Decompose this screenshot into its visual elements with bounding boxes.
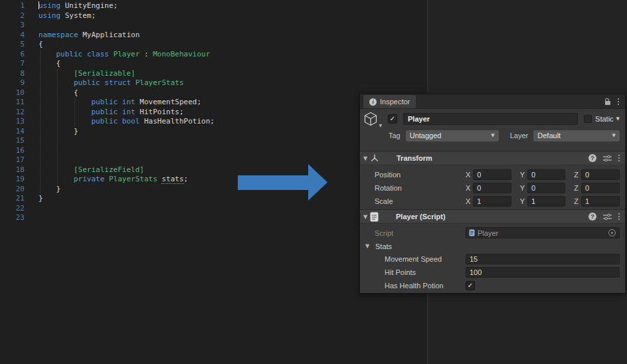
code-line[interactable]: 11 public int MovementSpeed; xyxy=(0,98,215,108)
line-number: 14 xyxy=(0,127,25,137)
line-number: 23 xyxy=(0,213,25,223)
hit-points-label: Hit Points xyxy=(360,268,466,276)
script-object-field[interactable]: Player xyxy=(466,227,620,238)
menu-icon[interactable] xyxy=(618,155,620,161)
tab-label: Inspector xyxy=(380,98,410,106)
line-number: 17 xyxy=(0,155,25,165)
code-text: namespace MyApplication xyxy=(39,31,139,41)
code-text: private PlayerStats stats; xyxy=(39,175,188,185)
stats-label: Stats xyxy=(375,242,392,250)
has-health-potion-checkbox[interactable]: ✓ xyxy=(466,281,475,290)
layer-value: Default xyxy=(537,132,561,139)
code-text: public int MovementSpeed; xyxy=(39,98,201,108)
script-header[interactable]: ▼ Player (Script) ? xyxy=(360,209,625,224)
chevron-down-icon: ▼ xyxy=(487,133,494,138)
axis-group: Y0 xyxy=(520,169,566,180)
stats-foldout[interactable]: ▼ Stats xyxy=(360,240,625,252)
indent-guide xyxy=(40,50,41,195)
presets-icon[interactable] xyxy=(603,155,612,162)
gameobject-cube-icon[interactable]: ▼ xyxy=(363,111,380,127)
code-line[interactable]: 23 xyxy=(0,213,215,223)
line-number: 18 xyxy=(0,165,25,175)
chevron-down-icon: ▼ xyxy=(608,133,616,138)
help-icon[interactable]: ? xyxy=(588,154,596,162)
code-line[interactable]: 22 xyxy=(0,204,215,214)
rotation-y-field[interactable]: 0 xyxy=(527,183,565,193)
property-row: Hit Points100 xyxy=(360,266,625,279)
inspector-tabbar: i Inspector xyxy=(360,94,625,109)
tag-label: Tag xyxy=(389,132,401,139)
code-line[interactable]: 4namespace MyApplication xyxy=(0,31,215,41)
section-gap xyxy=(360,145,625,151)
code-line[interactable]: 5{ xyxy=(0,40,215,50)
object-picker-icon[interactable] xyxy=(608,229,616,236)
scale-x-field[interactable]: 1 xyxy=(473,196,511,207)
line-number: 13 xyxy=(0,117,25,127)
code-text: { xyxy=(39,40,43,50)
rotation-x-field[interactable]: 0 xyxy=(473,183,511,193)
tag-dropdown[interactable]: Untagged ▼ xyxy=(406,130,499,141)
menu-icon[interactable] xyxy=(618,98,619,105)
code-lines: 1using UnityEngine;2using System;34names… xyxy=(0,1,215,223)
code-line[interactable]: 9 public struct PlayerStats xyxy=(0,78,215,88)
code-text: public class Player : MonoBehaviour xyxy=(39,50,210,60)
line-number: 8 xyxy=(0,69,25,79)
tab-inspector[interactable]: i Inspector xyxy=(363,95,416,108)
name-field[interactable]: Player xyxy=(403,113,578,125)
script-file-icon xyxy=(469,229,475,236)
code-line[interactable]: 2using System; xyxy=(0,11,215,21)
foldout-icon[interactable]: ▼ xyxy=(363,155,370,161)
static-checkbox[interactable] xyxy=(584,115,592,123)
transform-title: Transform xyxy=(397,154,432,162)
lock-icon[interactable] xyxy=(605,101,610,105)
code-line[interactable]: 15 xyxy=(0,136,215,146)
active-checkbox[interactable]: ✓ xyxy=(388,114,397,124)
foldout-icon: ▼ xyxy=(365,243,372,249)
transform-header[interactable]: ▼ Transform ? xyxy=(360,151,625,165)
movement-speed-field[interactable]: 15 xyxy=(466,254,620,264)
scale-label: Scale xyxy=(360,197,466,205)
foldout-icon[interactable]: ▼ xyxy=(363,214,370,220)
axis-label: Y xyxy=(520,171,525,179)
property-row: Movement Speed15 xyxy=(360,252,625,266)
code-line[interactable]: 8 [Serializable] xyxy=(0,69,215,79)
layer-dropdown[interactable]: Default ▼ xyxy=(533,130,620,141)
code-line[interactable]: 3 xyxy=(0,21,215,31)
code-line[interactable]: 1using UnityEngine; xyxy=(0,1,215,11)
transform-icon xyxy=(370,153,379,163)
code-line[interactable]: 6 public class Player : MonoBehaviour xyxy=(0,50,215,60)
line-number: 22 xyxy=(0,204,25,214)
line-number: 7 xyxy=(0,59,25,69)
code-line[interactable]: 19 private PlayerStats stats; xyxy=(0,175,215,185)
scale-z-field[interactable]: 1 xyxy=(581,196,620,207)
code-line[interactable]: 14 } xyxy=(0,127,215,137)
position-y-field[interactable]: 0 xyxy=(527,169,565,180)
presets-icon[interactable] xyxy=(603,213,612,221)
code-line[interactable]: 16 xyxy=(0,146,215,156)
static-dropdown-caret[interactable]: ▼ xyxy=(616,116,620,122)
code-text: using System; xyxy=(39,11,96,21)
code-line[interactable]: 12 public int HitPoints; xyxy=(0,108,215,118)
code-text: [SerializeField] xyxy=(39,165,144,175)
help-icon[interactable]: ? xyxy=(588,213,596,221)
line-number: 9 xyxy=(0,78,25,88)
axis-label: Z xyxy=(574,184,579,192)
code-line[interactable]: 10 { xyxy=(0,88,215,98)
script-field-row: Script Player xyxy=(360,226,625,240)
axis-label: Z xyxy=(574,197,579,205)
position-x-field[interactable]: 0 xyxy=(473,169,511,180)
hit-points-field[interactable]: 100 xyxy=(466,267,620,278)
code-line[interactable]: 21} xyxy=(0,194,215,204)
code-line[interactable]: 7 { xyxy=(0,59,215,69)
position-z-field[interactable]: 0 xyxy=(581,169,620,180)
code-line[interactable]: 17 xyxy=(0,155,215,165)
rotation-z-field[interactable]: 0 xyxy=(581,183,620,193)
code-line[interactable]: 18 [SerializeField] xyxy=(0,165,215,175)
scale-y-field[interactable]: 1 xyxy=(527,196,565,207)
code-line[interactable]: 13 public bool HasHealthPotion; xyxy=(0,117,215,127)
axis-fields: X0Y0Z0 xyxy=(466,169,620,180)
code-line[interactable]: 20 } xyxy=(0,185,215,195)
code-text: } xyxy=(39,194,43,204)
code-text: public struct PlayerStats xyxy=(39,78,184,88)
menu-icon[interactable] xyxy=(618,213,620,220)
